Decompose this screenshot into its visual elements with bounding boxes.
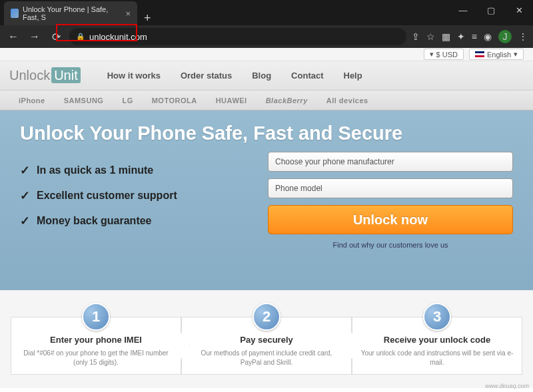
share-icon[interactable]: ⇪	[412, 31, 420, 42]
unlock-form: Choose your phone manufacturer Phone mod…	[268, 152, 513, 249]
nav-contact[interactable]: Contact	[291, 71, 323, 81]
site-logo[interactable]: UnlockUnit	[9, 68, 81, 83]
currency-selector[interactable]: ▾ $ USD	[424, 49, 464, 60]
address-bar: ← → ⟳ 🔒 unlockunit.com ⇪ ☆ ▦ ✦ ≡ ◉ J ⋮	[0, 25, 533, 48]
steps-section: 1 Enter your phone IMEI Dial *#06# on yo…	[0, 290, 533, 388]
brand-iphone[interactable]: iPhone	[16, 97, 45, 104]
main-nav: How it works Order status Blog Contact H…	[107, 71, 362, 81]
step-desc: Dial *#06# on your phone to get the IMEI…	[19, 349, 173, 367]
app-icon[interactable]: ◉	[484, 31, 492, 42]
page-content: ▾ $ USD English ▾ UnlockUnit How it work…	[0, 48, 533, 392]
testimonial-link[interactable]: Find out why our customers love us	[268, 241, 513, 249]
step-title: Enter your phone IMEI	[19, 335, 173, 345]
utility-bar: ▾ $ USD English ▾	[0, 48, 533, 61]
brand-blackberry[interactable]: BlackBerry	[266, 97, 308, 104]
step-number-badge: 1	[82, 303, 110, 331]
unlock-now-button[interactable]: Unlock now	[268, 205, 513, 234]
favicon-icon	[11, 9, 19, 18]
step-desc: Your unlock code and instructions will b…	[360, 349, 514, 367]
step-desc: Our methods of payment include credit ca…	[190, 349, 343, 367]
puzzle-icon[interactable]: ✦	[457, 31, 465, 42]
new-tab-button[interactable]: +	[137, 11, 158, 25]
tab-bar: Unlock Your Phone | Safe, Fast, S × + — …	[0, 5, 533, 25]
nav-help[interactable]: Help	[344, 71, 362, 81]
browser-tab[interactable]: Unlock Your Phone | Safe, Fast, S ×	[4, 1, 137, 25]
step-title: Pay securely	[190, 335, 343, 345]
manufacturer-select[interactable]: Choose your phone manufacturer	[268, 152, 513, 172]
forward-button[interactable]: →	[27, 31, 43, 43]
reload-button[interactable]: ⟳	[48, 31, 64, 43]
site-header: UnlockUnit How it works Order status Blo…	[0, 61, 533, 91]
watermark: www.deuaq.com	[485, 383, 529, 389]
menu-icon[interactable]: ⋮	[518, 31, 528, 42]
close-tab-icon[interactable]: ×	[125, 9, 131, 19]
hero-headline: Unlock Your Phone Safe, Fast and Secure	[20, 122, 513, 144]
brand-lg[interactable]: LG	[122, 97, 133, 104]
maximize-icon[interactable]: ▢	[477, 0, 505, 20]
brand-motorola[interactable]: MOTOROLA	[152, 97, 197, 104]
url-text: unlockunit.com	[89, 32, 147, 42]
brand-samsung[interactable]: SAMSUNG	[64, 97, 104, 104]
step-number-badge: 3	[423, 303, 451, 331]
minimize-icon[interactable]: —	[449, 0, 477, 20]
step-2: 2 Pay securely Our methods of payment in…	[181, 317, 352, 375]
tab-title: Unlock Your Phone | Safe, Fast, S	[23, 5, 117, 21]
extension-icon[interactable]: ▦	[442, 31, 450, 42]
bookmark-icon[interactable]: ☆	[426, 31, 435, 42]
step-1: 1 Enter your phone IMEI Dial *#06# on yo…	[11, 317, 181, 375]
close-window-icon[interactable]: ✕	[505, 0, 533, 20]
step-number-badge: 2	[253, 303, 280, 331]
nav-order-status[interactable]: Order status	[181, 71, 232, 81]
back-button[interactable]: ←	[5, 31, 21, 43]
hero-section: Unlock Your Phone Safe, Fast and Secure …	[0, 110, 533, 290]
brand-all-devices[interactable]: All devices	[326, 97, 368, 104]
nav-blog[interactable]: Blog	[252, 71, 271, 81]
uk-flag-icon	[475, 51, 484, 57]
list-icon[interactable]: ≡	[472, 31, 477, 42]
step-3: 3 Receive your unlock code Your unlock c…	[352, 317, 522, 375]
lock-icon: 🔒	[76, 33, 85, 41]
language-selector[interactable]: English ▾	[469, 49, 524, 60]
model-select[interactable]: Phone model	[268, 178, 513, 198]
brand-huawei[interactable]: HUAWEI	[216, 97, 247, 104]
profile-avatar[interactable]: J	[498, 30, 512, 43]
brand-bar: iPhone SAMSUNG LG MOTOROLA HUAWEI BlackB…	[0, 91, 533, 110]
url-input[interactable]: 🔒 unlockunit.com	[69, 28, 406, 45]
step-title: Receive your unlock code	[360, 335, 514, 345]
nav-how-it-works[interactable]: How it works	[107, 71, 161, 81]
